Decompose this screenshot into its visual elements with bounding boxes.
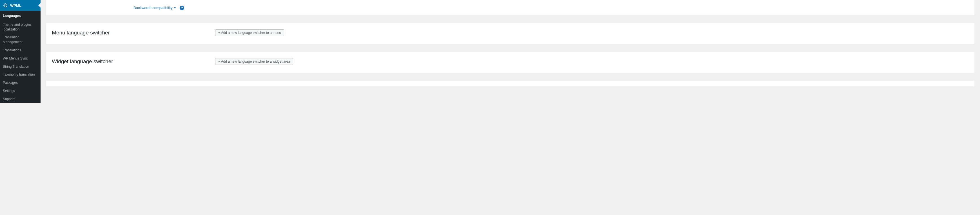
sidebar-pointer-icon <box>38 3 41 8</box>
sidebar-item-languages[interactable]: Languages <box>0 11 41 21</box>
sidebar-item-label: Theme and plugins localization <box>3 22 32 31</box>
help-icon[interactable]: ? <box>180 6 184 10</box>
add-menu-switcher-button[interactable]: + Add a new language switcher to a menu <box>215 29 284 36</box>
add-widget-switcher-button[interactable]: + Add a new language switcher to a widge… <box>215 58 293 65</box>
sidebar-header-label: WPML <box>10 3 21 8</box>
svg-point-1 <box>5 4 6 7</box>
sidebar-item-label: Taxonomy translation <box>3 72 35 77</box>
wpml-icon <box>3 3 8 8</box>
sidebar-item-settings[interactable]: Settings <box>0 87 41 95</box>
panel-menu-language-switcher: Menu language switcher + Add a new langu… <box>46 23 974 44</box>
panel-title: Menu language switcher <box>52 30 210 36</box>
sidebar-item-label: Translations <box>3 48 21 52</box>
backwards-compatibility-link[interactable]: Backwards compatibility ▼ <box>134 6 176 10</box>
top-section: Backwards compatibility ▼ ? <box>46 0 974 15</box>
sidebar-item-taxonomy-translation[interactable]: Taxonomy translation <box>0 71 41 79</box>
panel-title: Widget language switcher <box>52 58 210 64</box>
panel-bottom-spacer <box>46 81 974 86</box>
sidebar: WPML Languages Theme and plugins localiz… <box>0 0 41 103</box>
sidebar-item-label: Packages <box>3 81 18 85</box>
sidebar-item-label: Translation Management <box>3 35 22 44</box>
caret-down-icon: ▼ <box>174 6 176 9</box>
sidebar-item-label: Settings <box>3 89 15 93</box>
sidebar-header-wpml[interactable]: WPML <box>0 0 41 11</box>
sidebar-item-label: WP Menus Sync <box>3 56 28 60</box>
sidebar-item-label: Languages <box>3 14 21 18</box>
sidebar-item-theme-plugins-localization[interactable]: Theme and plugins localization <box>0 21 41 34</box>
sidebar-item-support[interactable]: Support <box>0 95 41 103</box>
link-text: Backwards compatibility <box>134 6 173 10</box>
main-content: Backwards compatibility ▼ ? Menu languag… <box>41 0 980 103</box>
sidebar-item-label: Support <box>3 97 14 101</box>
sidebar-item-translations[interactable]: Translations <box>0 46 41 55</box>
sidebar-item-label: String Translation <box>3 64 29 69</box>
svg-point-0 <box>4 4 7 7</box>
sidebar-item-translation-management[interactable]: Translation Management <box>0 33 41 46</box>
sidebar-item-wp-menus-sync[interactable]: WP Menus Sync <box>0 55 41 63</box>
sidebar-item-packages[interactable]: Packages <box>0 79 41 87</box>
sidebar-item-string-translation[interactable]: String Translation <box>0 63 41 71</box>
panel-widget-language-switcher: Widget language switcher + Add a new lan… <box>46 52 974 73</box>
